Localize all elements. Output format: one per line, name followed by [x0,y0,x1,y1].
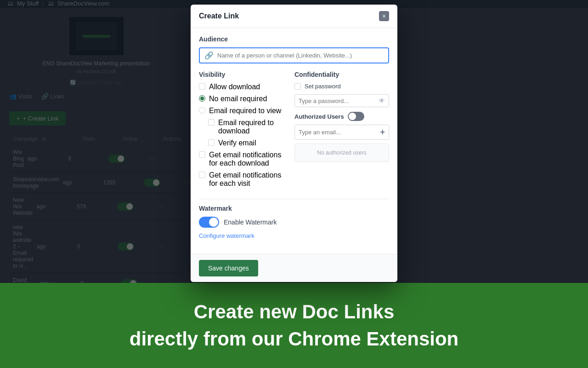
verify-email-checkbox[interactable] [208,139,215,146]
email-notify-download-option: Get email notifications for each downloa… [199,151,287,167]
allow-download-label: Allow download [209,83,260,91]
set-password-checkbox[interactable] [294,83,301,90]
watermark-label: Watermark [199,205,389,212]
auth-users-label: Authorized Users [294,113,344,120]
no-email-label: No email required [209,95,267,103]
no-auth-users-text: No authorized users [317,150,366,156]
audience-input[interactable] [217,52,384,59]
email-required-view-radio[interactable] [199,107,205,114]
save-changes-button[interactable]: Save changes [199,260,258,276]
no-email-radio[interactable] [199,95,205,102]
email-notify-visit-checkbox[interactable] [199,172,205,178]
auth-users-row: Authorized Users [294,112,389,121]
confidentiality-label: Confidentiality [294,71,389,78]
modal-title: Create Link [199,12,239,20]
create-link-modal: Create Link × Audience 🔗 Visibility Allo… [191,5,397,282]
watermark-section: Watermark Enable Watermark Configure wat… [199,205,389,247]
modal-header: Create Link × [191,5,397,28]
confidentiality-section: Confidentiality Set password 👁 Authorize… [294,71,389,191]
modal-footer: Save changes [191,254,397,282]
green-banner: Create new Doc Links directly from our C… [0,283,588,368]
auth-users-toggle[interactable] [348,112,364,121]
password-input[interactable] [299,98,376,104]
banner-line-1: Create new Doc Links [194,300,394,323]
email-required-download-option: Email required to download [208,119,287,135]
audience-label: Audience [199,35,389,43]
link-icon: 🔗 [204,51,214,60]
email-required-download-label: Email required to download [218,119,287,135]
email-notify-download-label: Get email notifications for each downloa… [209,151,287,167]
banner-line-2: directly from our Chrome Extension [130,328,458,351]
watermark-toggle[interactable] [199,217,219,228]
set-password-label: Set password [305,83,341,90]
allow-download-option: Allow download [199,83,287,91]
password-input-wrap: 👁 [294,94,389,107]
email-add-input[interactable] [299,129,377,136]
verify-email-option: Verify email [208,139,287,147]
enable-watermark-label: Enable Watermark [224,218,277,226]
allow-download-checkbox[interactable] [199,83,205,90]
add-email-icon[interactable]: + [380,127,385,137]
email-add-wrap: + [294,125,389,140]
email-required-download-checkbox[interactable] [208,119,215,126]
verify-email-label: Verify email [218,139,256,147]
configure-watermark-link[interactable]: Configure watermark [199,232,254,239]
two-col-section: Visibility Allow download No email requi… [199,71,389,191]
email-notify-visit-label: Get email notifications for each visit [209,171,287,188]
watermark-row: Enable Watermark [199,217,389,228]
email-required-view-option: Email required to view [199,107,287,115]
modal-body: Audience 🔗 Visibility Allow download No … [191,28,397,254]
email-required-view-label: Email required to view [209,107,281,115]
divider [199,199,389,199]
modal-close-button[interactable]: × [379,11,389,21]
audience-input-wrap: 🔗 [199,47,389,63]
set-password-row: Set password [294,83,389,90]
eye-icon[interactable]: 👁 [379,97,385,104]
no-auth-users-box: No authorized users [294,144,389,162]
visibility-label: Visibility [199,71,287,78]
email-notify-download-checkbox[interactable] [199,151,205,158]
visibility-section: Visibility Allow download No email requi… [199,71,287,191]
no-email-option: No email required [199,95,287,103]
email-notify-visit-option: Get email notifications for each visit [199,171,287,188]
